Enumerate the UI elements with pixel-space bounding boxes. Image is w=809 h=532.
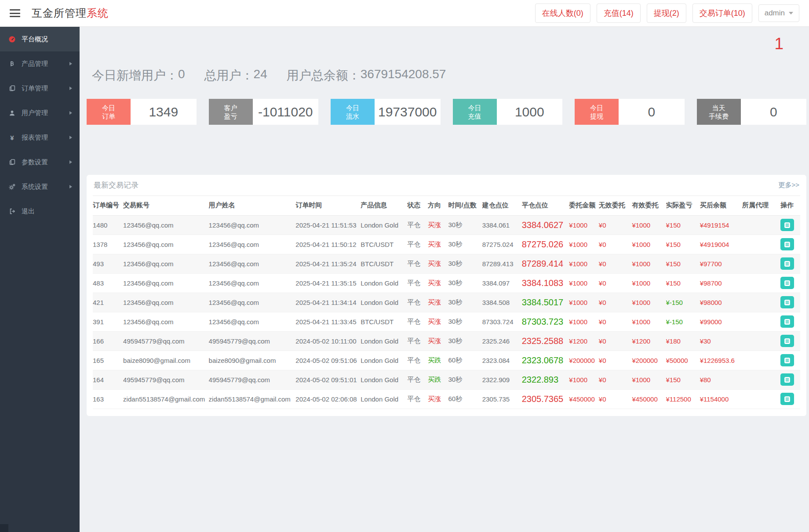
top-nav-button[interactable]: 充值(14): [597, 4, 641, 23]
cell-close-point: 3384.1083: [522, 273, 569, 293]
cell-entrust-amount: ¥1000: [569, 293, 599, 312]
table-row: 421 123456@qq.com 123456@qq.com 2025-04-…: [93, 293, 800, 312]
column-header: 买后余额: [700, 196, 742, 215]
cell-username: baize8090@gmail.com: [209, 351, 296, 370]
table-row: 483 123456@qq.com 123456@qq.com 2025-04-…: [93, 273, 800, 293]
top-nav-button[interactable]: 在线人数(0): [535, 4, 590, 23]
order-detail-button[interactable]: [780, 354, 794, 366]
cell-close-point: 87303.723: [522, 312, 569, 331]
summary-card: 当天 手续费 0: [697, 99, 807, 125]
sidebar-item-orders[interactable]: 订单管理: [0, 76, 80, 101]
cell-order-id: 163: [93, 389, 123, 409]
order-detail-button[interactable]: [780, 277, 794, 289]
cell-product: London Gold: [361, 293, 407, 312]
cell-invalid-entrust: ¥0: [599, 331, 632, 351]
sidebar-item-dashboard[interactable]: 平台概况: [0, 27, 80, 51]
summary-card: 今日 订单 1349: [87, 99, 197, 125]
summary-card-value: 1000: [497, 99, 563, 125]
order-detail-button[interactable]: [780, 393, 794, 405]
cell-action: [780, 331, 800, 351]
order-detail-button[interactable]: [780, 315, 794, 328]
top-nav-button[interactable]: 提现(2): [647, 4, 686, 23]
stat-value: 24: [254, 67, 267, 84]
cell-product: London Gold: [361, 370, 407, 389]
cell-action: [780, 370, 800, 389]
chevron-right-icon: [69, 136, 72, 139]
top-nav-button[interactable]: 交易订单(10): [692, 4, 752, 23]
cell-username: 495945779@qq.com: [209, 331, 296, 351]
order-detail-button[interactable]: [780, 219, 794, 231]
column-header: 订单时间: [295, 196, 361, 215]
cell-agent: [742, 389, 780, 409]
cell-account: zidan55138574@gmail.com: [123, 389, 209, 409]
cell-action: [780, 351, 800, 370]
top-nav: 在线人数(0)充值(14)提现(2)交易订单(10) admin: [535, 4, 799, 23]
sidebar-item-bitcoin[interactable]: 产品管理: [0, 51, 80, 76]
cell-direction: 买涨: [428, 312, 448, 331]
order-detail-button[interactable]: [780, 257, 794, 270]
cell-status: 平仓: [407, 215, 428, 235]
detail-list-icon: [783, 395, 791, 403]
sidebar-item-label: 订单管理: [22, 84, 48, 93]
chevron-right-icon: [69, 111, 72, 115]
cell-balance-after: ¥30: [700, 331, 742, 351]
sidebar-item-logout[interactable]: 退出: [0, 199, 80, 224]
cell-username: 495945779@qq.com: [209, 370, 296, 389]
sidebar-item-params[interactable]: 参数设置: [0, 150, 80, 174]
sidebar-item-label: 系统设置: [22, 183, 48, 191]
cell-account: 123456@qq.com: [123, 254, 209, 273]
stat-value: 0: [178, 67, 185, 84]
column-header: 无效委托: [599, 196, 632, 215]
cell-status: 平仓: [407, 370, 428, 389]
cell-close-point: 2325.2588: [522, 331, 569, 351]
cell-order-id: 493: [93, 254, 123, 273]
stats-row: 今日新增用户： 0 总用户： 24 用户总余额： 3679154208.57: [92, 67, 806, 84]
cell-entrust-amount: ¥1000: [569, 273, 599, 293]
cell-product: London Gold: [361, 215, 407, 235]
more-link[interactable]: 更多>>: [778, 181, 799, 189]
cell-order-id: 164: [93, 370, 123, 389]
order-detail-button[interactable]: [780, 296, 794, 308]
sidebar-item-yen[interactable]: ¥ 报表管理: [0, 125, 80, 150]
order-detail-button[interactable]: [780, 373, 794, 386]
app-title-dark: 互金所管理: [32, 7, 87, 19]
stat-item: 今日新增用户： 0: [92, 67, 185, 84]
cell-order-time: 2025-04-21 11:51:53: [295, 215, 361, 235]
order-detail-button[interactable]: [780, 238, 794, 250]
sidebar: 平台概况 产品管理 订单管理 用户管理 ¥ 报表管理 参数设置 系统设置 退出: [0, 27, 80, 532]
cell-invalid-entrust: ¥0: [599, 235, 632, 254]
panel-header: 最新交易记录 更多>>: [93, 175, 800, 196]
cell-order-time: 2024-05-02 09:51:01: [295, 370, 361, 389]
sidebar-item-gears[interactable]: 系统设置: [0, 174, 80, 199]
summary-card: 今日 流水 19737000: [331, 99, 441, 125]
cell-balance-after: ¥4919004: [700, 235, 742, 254]
sidebar-item-label: 平台概况: [22, 35, 48, 43]
sidebar-item-label: 退出: [22, 207, 35, 216]
cell-open-point: 3384.061: [482, 215, 522, 235]
cell-actual-profit: ¥150: [666, 235, 700, 254]
chevron-right-icon: [69, 160, 72, 164]
detail-list-icon: [783, 260, 791, 268]
sidebar-item-label: 报表管理: [22, 134, 48, 142]
table-row: 166 495945779@qq.com 495945779@qq.com 20…: [93, 331, 800, 351]
cell-balance-after: ¥1226953.6: [700, 351, 742, 370]
cell-status: 平仓: [407, 389, 428, 409]
cell-duration: 60秒: [448, 389, 482, 409]
user-menu-button[interactable]: admin: [758, 4, 799, 22]
cell-open-point: 87289.413: [482, 254, 522, 273]
menu-toggle-icon[interactable]: [10, 9, 20, 17]
cell-username: zidan55138574@gmail.com: [209, 389, 296, 409]
cell-agent: [742, 273, 780, 293]
sidebar-item-user[interactable]: 用户管理: [0, 101, 80, 125]
cell-order-id: 421: [93, 293, 123, 312]
column-header: 委托金额: [569, 196, 599, 215]
cell-status: 平仓: [407, 312, 428, 331]
cell-agent: [742, 254, 780, 273]
cell-close-point: 3384.5017: [522, 293, 569, 312]
cell-valid-entrust: ¥1000: [632, 235, 666, 254]
cell-order-id: 391: [93, 312, 123, 331]
cell-duration: 30秒: [448, 293, 482, 312]
order-detail-button[interactable]: [780, 335, 794, 347]
cell-actual-profit: ¥112500: [666, 389, 700, 409]
cell-account: 123456@qq.com: [123, 273, 209, 293]
